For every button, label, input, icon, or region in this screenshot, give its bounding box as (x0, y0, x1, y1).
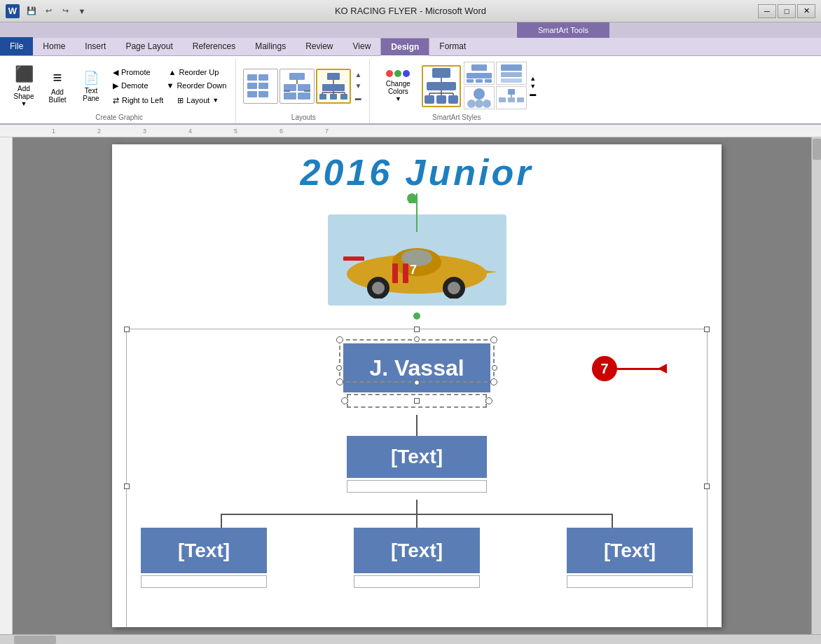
style-svg-2 (466, 64, 492, 83)
styles-scroll-up[interactable]: ▲ (530, 75, 536, 82)
title-bar: W 💾 ↩ ↪ ▼ KO RACING FLYER - Microsoft Wo… (0, 0, 821, 22)
smartart-style-1[interactable] (422, 65, 461, 107)
layout-scroll-down[interactable]: ▼ (352, 81, 364, 91)
change-colors-button[interactable]: Change Colors ▼ (377, 62, 419, 111)
smartart-styles-content: Change Colors ▼ (377, 59, 536, 114)
subtext-center-handle (414, 398, 420, 404)
corner-bc (414, 380, 420, 385)
level2-org-box[interactable]: [Text] (347, 436, 487, 478)
add-bullet-button[interactable]: ≡ Add Bullet (42, 62, 73, 111)
layout-scroll-controls: ▲ ▼ ▬ (352, 69, 364, 104)
ribbon-group-create-graphic: ⬛ Add Shape ▼ ≡ Add Bullet 📄 Text Pane ◀… (3, 59, 236, 123)
layout-button[interactable]: ⊞ Layout ▼ (174, 94, 222, 107)
level3-box-1[interactable]: [Text] (141, 528, 267, 573)
create-graphic-buttons: ⬛ Add Shape ▼ ≡ Add Bullet 📄 Text Pane ◀… (8, 59, 230, 114)
quick-access-toolbar: 💾 ↩ ↪ ▼ (24, 5, 90, 18)
tab-view[interactable]: View (343, 37, 381, 55)
text-pane-button[interactable]: 📄 Text Pane (76, 62, 106, 111)
svg-rect-24 (340, 94, 347, 100)
colors-dots (386, 70, 410, 77)
rotation-arrow-head (408, 195, 417, 203)
smartart-tools-label: SmartArt Tools (517, 22, 609, 38)
smartart-styles-list (464, 62, 527, 111)
svg-rect-14 (327, 73, 340, 80)
title-bar-left: W 💾 ↩ ↪ ▼ (6, 4, 90, 18)
text-pane-label: Text Pane (78, 87, 104, 102)
svg-rect-40 (485, 79, 492, 83)
maximize-btn[interactable]: □ (778, 4, 796, 18)
demote-label: Demote (121, 81, 149, 90)
promote-button[interactable]: ◀ Promote (109, 66, 154, 79)
add-bullet-icon: ≡ (53, 69, 62, 87)
level3-text-3: [Text] (604, 540, 656, 562)
svg-rect-48 (508, 89, 515, 95)
level3-subtext-3[interactable] (567, 575, 693, 588)
level3-box-3[interactable]: [Text] (567, 528, 693, 573)
smartart-container[interactable]: J. Vassal (126, 329, 708, 627)
tab-format[interactable]: Format (429, 37, 476, 55)
svg-rect-8 (284, 84, 296, 91)
svg-rect-12 (284, 93, 296, 100)
style-svg-4 (466, 88, 492, 108)
ribbon-group-layouts: ▲ ▼ ▬ Layouts (237, 59, 370, 123)
tab-file[interactable]: File (0, 37, 33, 55)
svg-point-59 (372, 282, 385, 294)
smartart-styles-label: SmartArt Styles (432, 114, 481, 123)
subtext-left-handle (341, 397, 348, 404)
reorder-up-label: Reorder Up (179, 68, 219, 76)
level3-subtext-2[interactable] (354, 575, 480, 588)
smartart-style-3[interactable] (496, 62, 527, 85)
styles-scroll-down[interactable]: ▼ (530, 83, 536, 90)
smartart-style-2[interactable] (464, 62, 495, 85)
window-controls: ─ □ ✕ (758, 4, 815, 18)
minimize-btn[interactable]: ─ (758, 4, 776, 18)
tab-review[interactable]: Review (296, 37, 343, 55)
tab-mailings[interactable]: Mailings (245, 37, 296, 55)
svg-rect-37 (467, 73, 492, 78)
add-shape-button[interactable]: ⬛ Add Shape ▼ (8, 62, 39, 111)
redo-btn[interactable]: ↪ (57, 5, 73, 18)
level3-subtext-1[interactable] (141, 575, 267, 588)
layout-option-1[interactable] (243, 69, 278, 104)
tab-insert[interactable]: Insert (75, 37, 116, 55)
corner-tc (414, 336, 420, 342)
horizontal-scrollbar[interactable] (0, 634, 821, 644)
tab-references[interactable]: References (183, 37, 245, 55)
corner-tl (336, 336, 343, 343)
styles-expand[interactable]: ▬ (530, 90, 536, 97)
reorder-up-button[interactable]: ▲ Reorder Up (165, 66, 223, 79)
h-scrollbar-thumb[interactable] (14, 636, 56, 644)
scrollbar-thumb[interactable] (813, 139, 821, 160)
layout-option-3[interactable] (316, 69, 351, 104)
reorder-down-button[interactable]: ▼ Reorder Down (163, 79, 230, 93)
layout-option-2[interactable] (280, 69, 315, 104)
vertical-scrollbar[interactable] (811, 137, 821, 634)
smartart-style-4[interactable] (464, 86, 495, 109)
top-subtext-bar[interactable] (347, 394, 487, 408)
demote-button[interactable]: ▶ Demote (109, 79, 152, 93)
tab-pagelayout[interactable]: Page Layout (116, 37, 182, 55)
layout-expand[interactable]: ▬ (352, 93, 364, 104)
svg-rect-25 (432, 68, 450, 78)
level3-box-2[interactable]: [Text] (354, 528, 480, 573)
save-btn[interactable]: 💾 (24, 5, 39, 18)
svg-marker-57 (476, 269, 497, 275)
bottom-resize-handle[interactable] (413, 313, 420, 320)
handle-mr (704, 484, 710, 489)
v-line-1 (416, 415, 418, 436)
svg-rect-23 (330, 94, 337, 100)
tab-design[interactable]: Design (380, 38, 429, 56)
car-svg: 7 (336, 221, 497, 299)
customize-btn[interactable]: ▼ (74, 5, 90, 18)
svg-rect-5 (258, 91, 268, 97)
svg-rect-35 (448, 95, 458, 104)
close-btn[interactable]: ✕ (797, 4, 815, 18)
level2-subtext[interactable] (347, 480, 487, 493)
smartart-style-5[interactable] (496, 86, 527, 109)
layout-scroll-up[interactable]: ▲ (352, 69, 364, 80)
undo-btn[interactable]: ↩ (41, 5, 56, 18)
add-shape-icon: ⬛ (15, 65, 34, 83)
level3-node-2: [Text] (354, 528, 480, 588)
tab-home[interactable]: Home (33, 37, 75, 55)
right-to-left-button[interactable]: ⇄ Right to Left (109, 94, 167, 107)
